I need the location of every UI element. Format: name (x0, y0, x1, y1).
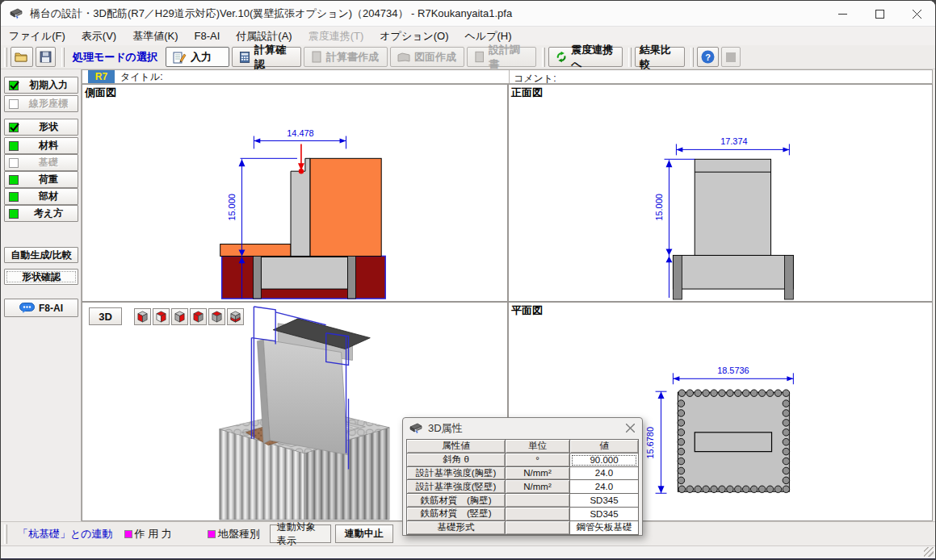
mode-select-label: 処理モードの選択 (73, 50, 157, 65)
toolbar-grip (542, 48, 545, 67)
view-cube-right-button[interactable] (171, 308, 188, 325)
front-view-panel: 正面図 17.374 (508, 84, 933, 302)
unchecked-checkbox-icon (9, 99, 19, 109)
plan-dim-width: 18.5736 (717, 366, 749, 375)
sidebar-item-foundation[interactable]: 基礎 (4, 154, 78, 171)
sidebar-item-approach[interactable]: 考え方 (4, 205, 78, 222)
attr-unit (506, 494, 570, 508)
sidebar-item-member[interactable]: 部材 (4, 188, 78, 205)
divider (509, 70, 510, 83)
title-field-label: タイトル: (120, 70, 162, 84)
side-view-panel: 側面図 14.478 (82, 84, 508, 302)
design-doc-label: 設計調書 (489, 43, 529, 72)
attr-unit: N/mm² (506, 480, 570, 494)
f8ai-button[interactable]: F8-AI (4, 299, 78, 317)
front-dim-width: 17.374 (720, 136, 747, 146)
save-button[interactable] (36, 47, 56, 67)
auto-generate-compare-button[interactable]: 自動生成/比較 (4, 247, 78, 263)
dialog-title: 3D属性 (428, 421, 463, 436)
col-header-value: 値 (570, 440, 638, 453)
input-notepad-icon (173, 51, 187, 64)
input-mode-button[interactable]: 入力 (166, 47, 229, 67)
resize-grip[interactable] (924, 547, 934, 557)
input-mode-label: 入力 (191, 50, 212, 65)
chat-bubble-icon (19, 303, 35, 313)
dialog-titlebar: 3D属性 (403, 418, 642, 438)
menu-view[interactable]: 表示(V) (73, 27, 124, 45)
open-file-button[interactable] (10, 47, 33, 67)
pile-foundation-link[interactable]: 「杭基礎」との連動 (18, 527, 113, 541)
sidebar-item-load[interactable]: 荷重 (4, 171, 78, 188)
toolbar: 処理モードの選択 入力 計算確認 (1, 45, 935, 69)
attr-value[interactable]: 24.0 (570, 480, 638, 494)
side-dim-height: 15.000 (227, 194, 237, 220)
view-cube-top-button[interactable] (208, 308, 225, 325)
menu-f8ai[interactable]: F8-AI (187, 27, 229, 45)
help-icon: ? (701, 50, 715, 64)
toolbar-grip (4, 524, 7, 544)
result-compare-label: 結果比較 (640, 43, 680, 72)
attr-unit: ° (506, 453, 570, 467)
floppy-icon (40, 51, 52, 63)
view-cube-bottom-button[interactable] (227, 308, 244, 325)
menu-file[interactable]: ファイル(F) (1, 27, 73, 45)
sidebar-item-initial-input[interactable]: 初期入力 (4, 77, 78, 94)
design-doc-button[interactable]: 設計調書 (467, 47, 536, 67)
toolbar-grip (61, 48, 65, 67)
green-status-icon (9, 192, 19, 202)
drawing-create-button[interactable]: 図面作成 (390, 47, 464, 67)
window-title: 橋台の設計・3D配筋(R7／H29道示対応)Ver.10(翼壁拡張オプション)（… (30, 6, 512, 21)
side-view-drawing: 14.478 15.000 (82, 85, 507, 301)
sidebar-item-material[interactable]: 材料 (4, 137, 78, 154)
seismic-link-button[interactable]: 震度連携へ (548, 47, 623, 67)
dialog-close-icon[interactable] (618, 418, 642, 438)
sidebar-item-shape[interactable]: 形状 (4, 119, 78, 136)
attributes-table: 属性値 単位 値 斜角 θ ° 90.000 設計基準強度(胸壁) N/mm² … (406, 439, 639, 536)
result-compare-button[interactable]: 結果比較 (635, 47, 685, 67)
menu-seismic-link[interactable]: 震度連携(T) (300, 27, 372, 45)
attr-value[interactable]: SD345 (570, 508, 638, 521)
calc-check-button[interactable]: 計算確認 (232, 47, 301, 67)
shape-confirm-button[interactable]: 形状確認 (4, 269, 78, 285)
attr-value[interactable]: SD345 (570, 494, 638, 508)
help-button[interactable]: ? (697, 47, 719, 67)
report-create-button[interactable]: 計算書作成 (304, 47, 388, 67)
app-icon (9, 7, 23, 20)
show-link-targets-button[interactable]: 連動対象表示 (270, 524, 331, 543)
maximize-button[interactable] (861, 1, 898, 27)
attr-label: 鉄筋材質 (胸壁) (407, 494, 506, 508)
menu-standard-values[interactable]: 基準値(K) (124, 27, 186, 45)
view-cube-front-button[interactable] (190, 308, 207, 325)
attr-label: 斜角 θ (407, 453, 506, 467)
front-view-label: 正面図 (511, 86, 543, 100)
view-cube-left-button[interactable] (134, 308, 151, 325)
seismic-link-label: 震度連携へ (571, 43, 615, 72)
close-button[interactable] (898, 1, 935, 27)
menu-options[interactable]: オプション(O) (371, 27, 456, 45)
green-status-icon (9, 175, 19, 185)
three-d-mode-button[interactable]: 3D (89, 307, 122, 325)
action-force-marker-icon (124, 530, 132, 538)
ground-type-label: 地盤種別 (218, 527, 260, 541)
sidebar: 初期入力 線形座標 形状 材料 基礎 荷重 部材 考え方 (1, 69, 82, 521)
sidebar-item-alignment-coords[interactable]: 線形座標 (4, 95, 78, 112)
plan-view-label: 平面図 (511, 303, 543, 318)
app-window: 橋台の設計・3D配筋(R7／H29道示対応)Ver.10(翼壁拡張オプション)（… (0, 0, 936, 560)
svg-text:?: ? (705, 52, 711, 62)
attr-value[interactable]: 90.000 (570, 453, 638, 467)
attr-value[interactable]: 24.0 (570, 467, 638, 481)
side-view-label: 側面図 (85, 86, 116, 100)
green-status-icon (9, 209, 19, 219)
drawing-create-label: 図面作成 (414, 50, 456, 65)
ground-type-marker-icon (208, 530, 216, 538)
cancel-link-button[interactable]: 連動中止 (335, 524, 393, 543)
attr-label: 設計基準強度(胸壁) (407, 467, 506, 481)
view-cube-back-button[interactable] (153, 308, 170, 325)
attr-unit (506, 521, 570, 535)
blank-tool-button[interactable] (721, 47, 741, 67)
side-dim-width: 14.478 (287, 128, 313, 138)
titlebar: 橋台の設計・3D配筋(R7／H29道示対応)Ver.10(翼壁拡張オプション)（… (1, 1, 935, 27)
toolbar-grip (628, 48, 632, 67)
attr-value[interactable]: 鋼管矢板基礎 (570, 521, 638, 535)
minimize-button[interactable] (824, 1, 861, 27)
